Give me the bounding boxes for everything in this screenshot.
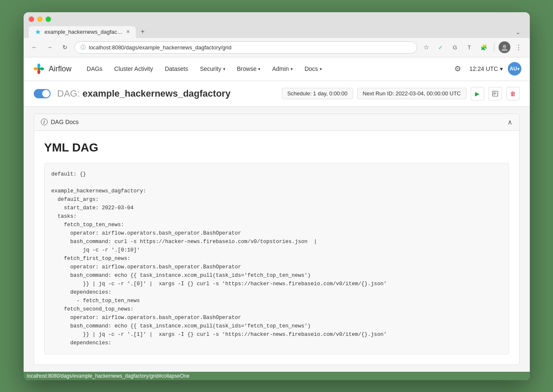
lock-icon: ⓘ: [81, 44, 86, 51]
dag-name: example_hackernews_dagfactory: [82, 88, 230, 99]
reload-icon: ↻: [62, 44, 67, 51]
svg-marker-0: [35, 30, 40, 34]
user-avatar[interactable]: AU ▾: [508, 62, 521, 76]
app-content: Airflow DAGs Cluster Activity Datasets S…: [24, 57, 530, 372]
page-header: DAG: example_hackernews_dagfactory Sched…: [24, 81, 530, 107]
nav-datasets[interactable]: Datasets: [160, 62, 193, 76]
dag-docs-title: DAG Docs: [51, 119, 79, 125]
dag-title: DAG: example_hackernews_dagfactory: [57, 88, 231, 99]
navbar: Airflow DAGs Cluster Activity Datasets S…: [24, 57, 530, 81]
svg-point-7: [38, 68, 40, 70]
nav-cluster-activity[interactable]: Cluster Activity: [109, 62, 158, 76]
tab-menu-button[interactable]: ⌄: [511, 26, 525, 38]
traffic-lights: [29, 16, 525, 22]
user-caret-icon: ▾: [517, 67, 519, 71]
status-bar: localhost:8080/dags/example_hackernews_d…: [24, 372, 530, 380]
dag-docs-header[interactable]: i DAG Docs ∧: [34, 114, 519, 131]
svg-point-4: [39, 68, 44, 70]
svg-point-6: [33, 68, 38, 70]
browser-toolbar: ← → ↻ ⓘ localhost:8080/dags/example_hack…: [24, 38, 530, 57]
svg-point-5: [37, 70, 40, 74]
main-content: i DAG Docs ∧ YML DAG default: {} example…: [24, 107, 530, 372]
reload-button[interactable]: ↻: [59, 41, 71, 53]
extension-check-icon[interactable]: ✓: [435, 41, 447, 53]
toolbar-divider: [494, 43, 494, 51]
next-run-badge: Next Run ID: 2022-03-04, 00:00:00 UTC: [357, 88, 467, 99]
nav-docs[interactable]: Docs ▾: [299, 62, 327, 76]
delete-dag-button[interactable]: 🗑: [506, 87, 520, 100]
security-caret-icon: ▾: [223, 67, 225, 71]
nav-links: DAGs Cluster Activity Datasets Security …: [82, 62, 441, 76]
back-icon: ←: [32, 44, 38, 51]
svg-point-2: [502, 49, 507, 51]
docs-caret-icon: ▾: [320, 67, 322, 71]
svg-point-3: [37, 64, 40, 68]
dag-header-actions: Schedule: 1 day, 0:00:00 Next Run ID: 20…: [282, 87, 520, 100]
nav-browse[interactable]: Browse ▾: [232, 62, 266, 76]
minimize-button[interactable]: [37, 16, 43, 22]
tab-bar: example_hackernews_dagfac… ✕ + ⌄: [29, 25, 525, 38]
extension-g-icon[interactable]: G: [449, 41, 461, 53]
active-tab[interactable]: example_hackernews_dagfac… ✕: [29, 26, 136, 38]
trigger-dag-button[interactable]: ▶: [471, 87, 484, 100]
new-tab-button[interactable]: +: [137, 25, 149, 38]
code-button[interactable]: [488, 87, 502, 100]
status-bar-url: localhost:8080/dags/example_hackernews_d…: [27, 373, 190, 379]
svg-point-1: [503, 45, 506, 48]
dag-docs-header-left: i DAG Docs: [41, 119, 79, 125]
more-menu-button[interactable]: ⋮: [513, 41, 525, 53]
profile-avatar[interactable]: [499, 41, 510, 53]
admin-caret-icon: ▾: [291, 67, 293, 71]
extension-puzzle-icon[interactable]: 🧩: [478, 41, 490, 53]
profile-image: [501, 43, 508, 51]
schedule-badge: Schedule: 1 day, 0:00:00: [282, 88, 353, 99]
time-caret-icon: ▾: [500, 65, 503, 72]
nav-security[interactable]: Security ▾: [195, 62, 230, 76]
airflow-logo-icon: [32, 62, 46, 76]
info-icon: i: [41, 119, 48, 125]
tab-title: example_hackernews_dagfac…: [45, 29, 123, 35]
browse-caret-icon: ▾: [258, 67, 260, 71]
navbar-right: ⚙ 12:24 UTC ▾ AU ▾: [451, 62, 521, 76]
settings-button[interactable]: ⚙: [451, 62, 464, 76]
code-block: default: {} example_hackernews_dagfactor…: [44, 163, 509, 354]
dag-toggle[interactable]: [34, 89, 51, 98]
forward-icon: →: [47, 44, 53, 51]
dag-title-label: DAG:: [57, 88, 80, 99]
toolbar-icons: ☆ ✓ G T 🧩 ⋮: [421, 41, 525, 53]
dag-docs-section: i DAG Docs ∧ YML DAG default: {} example…: [34, 114, 520, 365]
nav-dags[interactable]: DAGs: [82, 62, 108, 76]
browser-chrome: example_hackernews_dagfac… ✕ + ⌄: [24, 12, 530, 38]
forward-button[interactable]: →: [44, 41, 56, 53]
collapse-icon: ∧: [507, 118, 513, 126]
brand-name: Airflow: [49, 65, 72, 73]
tab-favicon: [35, 29, 41, 35]
navbar-brand[interactable]: Airflow: [32, 62, 72, 76]
tab-close-icon[interactable]: ✕: [126, 29, 130, 35]
extension-t-icon[interactable]: T: [464, 41, 475, 53]
time-display[interactable]: 12:24 UTC ▾: [469, 65, 503, 72]
code-icon: [492, 91, 498, 97]
address-bar[interactable]: ⓘ localhost:8080/dags/example_hackernews…: [74, 41, 417, 54]
url-text: localhost:8080/dags/example_hackernews_d…: [89, 44, 232, 51]
close-button[interactable]: [29, 16, 34, 22]
back-button[interactable]: ←: [29, 41, 40, 53]
dag-docs-body: YML DAG default: {} example_hackernews_d…: [34, 131, 519, 365]
nav-admin[interactable]: Admin ▾: [267, 62, 298, 76]
maximize-button[interactable]: [46, 16, 51, 22]
settings-icon: ⚙: [454, 64, 461, 73]
browser-window: example_hackernews_dagfac… ✕ + ⌄ ← → ↻ ⓘ…: [24, 12, 530, 380]
yml-title: YML DAG: [44, 141, 509, 154]
star-icon[interactable]: ☆: [421, 41, 432, 53]
